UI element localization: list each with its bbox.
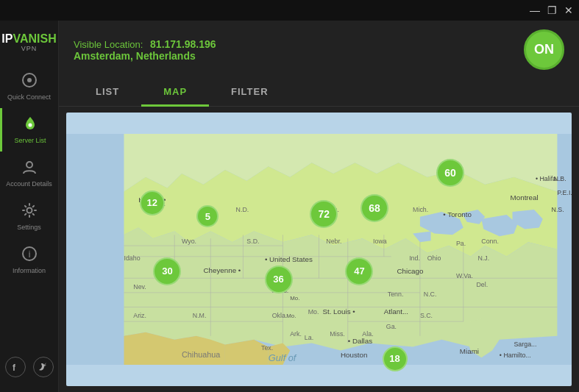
content: Visible Location: 81.171.98.196 Amsterda… (59, 21, 579, 392)
close-button[interactable]: ✕ (564, 5, 573, 15)
sidebar-item-quick-connect[interactable]: Quick Connect (0, 65, 58, 108)
svg-text:f: f (13, 363, 16, 372)
svg-point-4 (26, 208, 32, 213)
sidebar-item-information-label: Information (13, 267, 46, 274)
title-bar: — ❐ ✕ (0, 0, 579, 21)
svg-point-1 (27, 78, 32, 82)
sidebar-footer: f (0, 349, 61, 385)
cluster-c6[interactable]: 30 (153, 257, 181, 285)
sidebar-item-server-list-label: Server List (14, 137, 46, 144)
map-container: Chihuahua Gulf of Mont. Idaho Wyo. S.D. … (66, 113, 572, 386)
sidebar-item-settings-label: Settings (17, 224, 41, 231)
svg-point-3 (26, 162, 32, 168)
clusters-container: 12572686030364718 (66, 113, 572, 386)
svg-point-2 (29, 124, 32, 127)
main-layout: IPVANISH VPN Quick Connect Server L (0, 21, 579, 392)
quick-connect-icon (21, 72, 38, 90)
svg-text:i: i (28, 249, 30, 260)
cluster-c7[interactable]: 36 (265, 266, 293, 293)
twitter-button[interactable] (33, 357, 54, 377)
sidebar: IPVANISH VPN Quick Connect Server L (0, 21, 59, 392)
logo-sub: VPN (21, 45, 38, 52)
logo: IPVANISH VPN (7, 28, 51, 57)
title-bar-controls: — ❐ ✕ (530, 5, 573, 15)
cluster-c2[interactable]: 5 (196, 205, 219, 227)
sidebar-item-settings[interactable]: Settings (0, 195, 58, 238)
cluster-c4[interactable]: 68 (360, 194, 388, 222)
tab-filter[interactable]: FILTER (209, 79, 291, 107)
city-label: Amsterdam, Netherlands (74, 50, 216, 62)
tabs-bar: LIST MAP FILTER (59, 79, 579, 107)
cluster-c1[interactable]: 12 (140, 190, 165, 215)
visible-location-label: Visible Location: (74, 39, 143, 50)
logo-text: IPVANISH (1, 33, 56, 45)
cluster-c5[interactable]: 60 (436, 159, 464, 187)
sidebar-item-account-details[interactable]: Account Details (0, 152, 58, 195)
tab-list[interactable]: LIST (74, 79, 141, 107)
account-details-icon (21, 159, 38, 177)
facebook-button[interactable]: f (5, 357, 26, 377)
location-info: Visible Location: 81.171.98.196 Amsterda… (74, 38, 216, 62)
ip-address: 81.171.98.196 (150, 38, 216, 50)
settings-icon (21, 202, 38, 221)
minimize-button[interactable]: — (530, 5, 540, 15)
visible-location-line: Visible Location: 81.171.98.196 (74, 38, 216, 50)
sidebar-item-server-list[interactable]: Server List (0, 108, 58, 152)
information-icon: i (21, 246, 38, 264)
cluster-c8[interactable]: 47 (345, 257, 373, 285)
sidebar-item-account-details-label: Account Details (6, 180, 52, 188)
header: Visible Location: 81.171.98.196 Amsterda… (59, 21, 579, 79)
server-list-icon (22, 115, 38, 134)
cluster-c9[interactable]: 18 (383, 346, 408, 371)
vpn-toggle-button[interactable]: ON (524, 29, 564, 70)
cluster-c3[interactable]: 72 (310, 200, 338, 228)
sidebar-item-information[interactable]: i Information (0, 238, 58, 282)
maximize-button[interactable]: ❐ (547, 5, 557, 15)
tab-map[interactable]: MAP (141, 79, 209, 107)
sidebar-item-quick-connect-label: Quick Connect (7, 93, 51, 101)
